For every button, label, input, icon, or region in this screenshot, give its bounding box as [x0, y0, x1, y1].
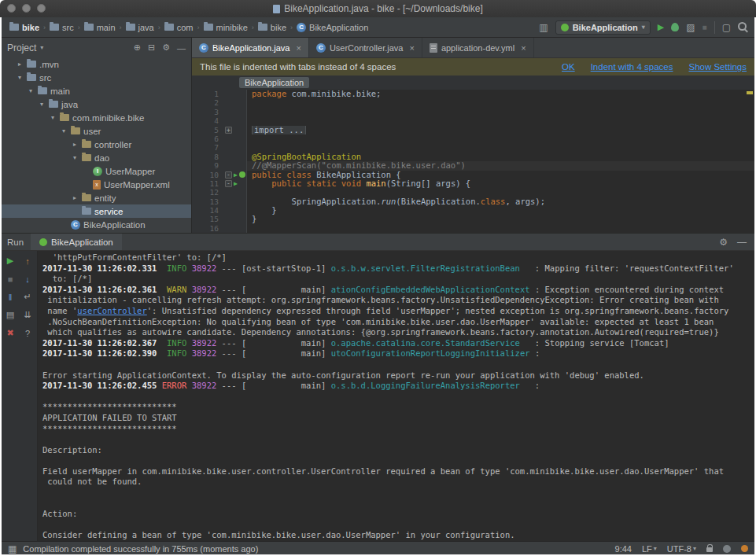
console-link-usercontroller[interactable]: userController — [77, 306, 147, 315]
tree-item-controller[interactable]: ▸controller — [2, 138, 191, 151]
breadcrumb-item-src[interactable]: src — [48, 23, 76, 32]
tree-item-com.minibike.bike[interactable]: ▾com.minibike.bike — [2, 111, 191, 124]
editor-layout-icon[interactable]: ▥ — [539, 23, 548, 32]
warning-stripe-mark[interactable] — [747, 91, 753, 94]
run-gutter-icon[interactable]: ▶ — [234, 179, 238, 188]
breadcrumb-item-com[interactable]: com — [163, 23, 195, 32]
run-gutter-icon[interactable]: ▶ — [234, 171, 238, 179]
run-tab[interactable]: BikeApplication — [31, 234, 122, 250]
minimize-window-button[interactable] — [22, 4, 31, 13]
lock-icon[interactable] — [706, 547, 713, 552]
editor-tab-BikeApplication.java[interactable]: CBikeApplication.java× — [192, 38, 309, 57]
code-editor[interactable]: 1package com.minibike.bike;2345+import .… — [192, 90, 754, 233]
soft-wrap-icon[interactable]: ↵ — [20, 291, 35, 303]
code-segment: , args); — [505, 197, 545, 206]
tree-item-dao[interactable]: ▾dao — [2, 151, 191, 164]
class-icon: C — [297, 23, 306, 32]
spring-class-gutter-icon[interactable] — [239, 171, 245, 178]
help-icon[interactable]: ? — [20, 327, 35, 339]
code-segment: package — [252, 90, 292, 98]
breadcrumb-item-bike[interactable]: bike — [256, 23, 288, 32]
tree-item-label: controller — [94, 140, 131, 149]
hide-panel-icon[interactable]: — — [737, 237, 747, 248]
editor-tab-UserController.java[interactable]: CUserController.java× — [309, 38, 422, 57]
locate-file-icon[interactable]: ⊕ — [134, 42, 141, 53]
expand-icon[interactable]: ▸ — [71, 141, 79, 148]
scroll-to-end-icon[interactable]: ⇊ — [20, 309, 35, 321]
chevron-down-icon[interactable]: ▾ — [40, 44, 43, 51]
fold-expand-icon[interactable]: + — [225, 127, 232, 134]
tree-item-java[interactable]: ▾java — [2, 98, 191, 111]
collapse-icon[interactable]: ▾ — [38, 101, 46, 108]
breadcrumb-item-bike[interactable]: bike — [8, 23, 41, 32]
stop-icon[interactable]: ■ — [3, 273, 17, 285]
pause-output-icon[interactable]: ‖ — [3, 291, 17, 303]
tree-item-.mvn[interactable]: ▸.mvn — [2, 57, 191, 71]
tree-item-entity[interactable]: ▸entity — [2, 191, 191, 204]
print-icon[interactable]: ▤ — [3, 309, 17, 321]
banner-ok-link[interactable]: OK — [562, 62, 575, 72]
tool-window-icon[interactable]: ▢ — [722, 23, 731, 32]
close-tab-icon[interactable]: × — [296, 43, 301, 53]
gutter — [223, 206, 247, 215]
tree-item-UserMapper[interactable]: IUserMapper — [2, 164, 191, 178]
tree-item-src[interactable]: ▾src — [2, 71, 191, 84]
search-icon[interactable] — [738, 22, 748, 32]
collapse-icon[interactable]: ▾ — [49, 114, 57, 121]
tree-item-BikeApplication[interactable]: CBikeApplication — [2, 218, 191, 231]
breadcrumb-item-java[interactable]: java — [124, 23, 156, 32]
console-text: INFO — [157, 338, 191, 348]
hide-panel-icon[interactable]: — — [177, 43, 186, 53]
tree-item-main[interactable]: ▾main — [2, 84, 191, 98]
banner-show-settings-link[interactable]: Show Settings — [688, 62, 747, 72]
console-output[interactable]: 'httpPutFormContentFilter' to: [/*]2017-… — [38, 251, 754, 541]
toolwindow-switcher-icon[interactable]: ▦ — [8, 544, 17, 554]
hector-inspections-icon[interactable] — [723, 545, 731, 553]
fold-collapse-icon[interactable]: - — [225, 180, 232, 187]
encoding-selector[interactable]: UTF-8 ▾ — [667, 544, 696, 554]
collapse-icon[interactable]: ▾ — [27, 87, 35, 94]
run-config-selector[interactable]: BikeApplication ▾ — [555, 20, 651, 35]
gear-icon[interactable]: ⚙ — [719, 237, 728, 248]
status-message: Compilation completed successfully in 75… — [23, 544, 258, 554]
close-tab-icon[interactable]: × — [521, 43, 526, 53]
banner-indent-link[interactable]: Indent with 4 spaces — [591, 62, 673, 72]
breadcrumb-item-BikeApplication[interactable]: CBikeApplication — [295, 23, 370, 32]
stop-button[interactable]: ■ — [703, 24, 707, 31]
breadcrumb-item-minibike[interactable]: minibike — [202, 23, 249, 32]
collapse-icon[interactable]: ▾ — [16, 74, 24, 81]
coverage-button[interactable]: ▨ — [686, 23, 695, 32]
event-log-icon[interactable] — [741, 545, 748, 552]
breadcrumb-item-main[interactable]: main — [83, 23, 117, 32]
rerun-icon[interactable]: ▶ — [3, 255, 17, 267]
xml-icon: x — [93, 180, 101, 190]
fold-collapse-icon[interactable]: - — [225, 171, 232, 179]
gear-icon[interactable]: ⚙ — [162, 42, 170, 53]
chevron-down-icon: ▾ — [642, 24, 645, 31]
editor-breadcrumb[interactable]: BikeApplication — [239, 77, 309, 88]
project-panel-title[interactable]: Project — [7, 42, 36, 53]
spring-boot-icon — [39, 238, 47, 246]
tree-item-UserMapper.xml[interactable]: xUserMapper.xml — [2, 178, 191, 191]
gutter — [223, 224, 247, 233]
close-icon[interactable]: ✖ — [3, 327, 17, 339]
tree-item-service[interactable]: service — [2, 204, 191, 218]
collapse-all-icon[interactable]: ⊟ — [148, 42, 155, 53]
tree-item-user[interactable]: ▾user — [2, 124, 191, 138]
console-text: WARN — [157, 285, 191, 294]
expand-icon[interactable]: ▸ — [71, 194, 79, 201]
line-separator-selector[interactable]: LF ▾ — [642, 544, 657, 554]
collapse-icon[interactable]: ▾ — [71, 154, 79, 161]
up-stack-trace-icon[interactable]: ↑ — [20, 255, 35, 267]
debug-button[interactable] — [671, 23, 679, 31]
tree-item-label: UserMapper — [105, 167, 155, 176]
caret-position[interactable]: 9:44 — [615, 544, 632, 554]
close-tab-icon[interactable]: × — [409, 43, 414, 53]
collapse-icon[interactable]: ▾ — [60, 127, 68, 134]
editor-tab-application-dev.yml[interactable]: application-dev.yml× — [422, 38, 534, 57]
expand-icon[interactable]: ▸ — [16, 61, 24, 68]
run-button[interactable]: ▶ — [658, 23, 664, 31]
close-window-button[interactable] — [7, 4, 16, 13]
down-stack-trace-icon[interactable]: ↓ — [20, 273, 35, 285]
zoom-window-button[interactable] — [37, 4, 46, 13]
